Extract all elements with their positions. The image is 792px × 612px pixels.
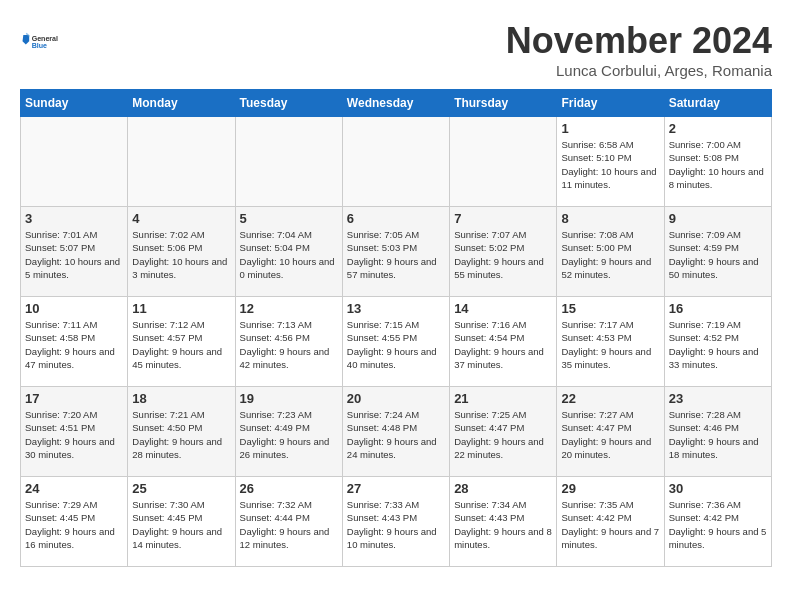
day-number: 17: [25, 391, 123, 406]
day-number: 7: [454, 211, 552, 226]
day-info: Sunrise: 7:04 AM Sunset: 5:04 PM Dayligh…: [240, 228, 338, 281]
calendar-cell: [128, 117, 235, 207]
day-info: Sunrise: 7:33 AM Sunset: 4:43 PM Dayligh…: [347, 498, 445, 551]
calendar-cell: 27Sunrise: 7:33 AM Sunset: 4:43 PM Dayli…: [342, 477, 449, 567]
day-number: 30: [669, 481, 767, 496]
header: General Blue November 2024 Lunca Corbulu…: [20, 20, 772, 79]
logo: General Blue: [20, 20, 70, 64]
day-info: Sunrise: 7:12 AM Sunset: 4:57 PM Dayligh…: [132, 318, 230, 371]
day-number: 15: [561, 301, 659, 316]
calendar-cell: 29Sunrise: 7:35 AM Sunset: 4:42 PM Dayli…: [557, 477, 664, 567]
calendar-cell: 8Sunrise: 7:08 AM Sunset: 5:00 PM Daylig…: [557, 207, 664, 297]
day-info: Sunrise: 7:27 AM Sunset: 4:47 PM Dayligh…: [561, 408, 659, 461]
day-info: Sunrise: 7:17 AM Sunset: 4:53 PM Dayligh…: [561, 318, 659, 371]
day-info: Sunrise: 7:21 AM Sunset: 4:50 PM Dayligh…: [132, 408, 230, 461]
day-info: Sunrise: 7:30 AM Sunset: 4:45 PM Dayligh…: [132, 498, 230, 551]
day-number: 8: [561, 211, 659, 226]
weekday-header-tuesday: Tuesday: [235, 90, 342, 117]
weekday-header-friday: Friday: [557, 90, 664, 117]
day-info: Sunrise: 7:25 AM Sunset: 4:47 PM Dayligh…: [454, 408, 552, 461]
day-number: 18: [132, 391, 230, 406]
day-info: Sunrise: 7:34 AM Sunset: 4:43 PM Dayligh…: [454, 498, 552, 551]
calendar-cell: 13Sunrise: 7:15 AM Sunset: 4:55 PM Dayli…: [342, 297, 449, 387]
day-number: 29: [561, 481, 659, 496]
day-info: Sunrise: 7:23 AM Sunset: 4:49 PM Dayligh…: [240, 408, 338, 461]
weekday-header-wednesday: Wednesday: [342, 90, 449, 117]
day-number: 4: [132, 211, 230, 226]
day-info: Sunrise: 7:01 AM Sunset: 5:07 PM Dayligh…: [25, 228, 123, 281]
calendar-cell: 9Sunrise: 7:09 AM Sunset: 4:59 PM Daylig…: [664, 207, 771, 297]
day-number: 26: [240, 481, 338, 496]
day-number: 9: [669, 211, 767, 226]
calendar-cell: 17Sunrise: 7:20 AM Sunset: 4:51 PM Dayli…: [21, 387, 128, 477]
calendar-cell: 18Sunrise: 7:21 AM Sunset: 4:50 PM Dayli…: [128, 387, 235, 477]
day-info: Sunrise: 7:09 AM Sunset: 4:59 PM Dayligh…: [669, 228, 767, 281]
svg-text:Blue: Blue: [32, 42, 47, 50]
day-info: Sunrise: 7:32 AM Sunset: 4:44 PM Dayligh…: [240, 498, 338, 551]
day-number: 20: [347, 391, 445, 406]
weekday-header-row: SundayMondayTuesdayWednesdayThursdayFrid…: [21, 90, 772, 117]
day-info: Sunrise: 7:29 AM Sunset: 4:45 PM Dayligh…: [25, 498, 123, 551]
day-info: Sunrise: 7:08 AM Sunset: 5:00 PM Dayligh…: [561, 228, 659, 281]
calendar-cell: 15Sunrise: 7:17 AM Sunset: 4:53 PM Dayli…: [557, 297, 664, 387]
calendar-cell: 1Sunrise: 6:58 AM Sunset: 5:10 PM Daylig…: [557, 117, 664, 207]
calendar-week-2: 3Sunrise: 7:01 AM Sunset: 5:07 PM Daylig…: [21, 207, 772, 297]
month-year-title: November 2024: [506, 20, 772, 62]
day-info: Sunrise: 7:15 AM Sunset: 4:55 PM Dayligh…: [347, 318, 445, 371]
day-number: 28: [454, 481, 552, 496]
calendar-cell: 2Sunrise: 7:00 AM Sunset: 5:08 PM Daylig…: [664, 117, 771, 207]
day-info: Sunrise: 6:58 AM Sunset: 5:10 PM Dayligh…: [561, 138, 659, 191]
calendar-cell: 28Sunrise: 7:34 AM Sunset: 4:43 PM Dayli…: [450, 477, 557, 567]
day-number: 23: [669, 391, 767, 406]
calendar-cell: 19Sunrise: 7:23 AM Sunset: 4:49 PM Dayli…: [235, 387, 342, 477]
calendar-week-4: 17Sunrise: 7:20 AM Sunset: 4:51 PM Dayli…: [21, 387, 772, 477]
day-info: Sunrise: 7:05 AM Sunset: 5:03 PM Dayligh…: [347, 228, 445, 281]
day-info: Sunrise: 7:36 AM Sunset: 4:42 PM Dayligh…: [669, 498, 767, 551]
title-area: November 2024 Lunca Corbului, Arges, Rom…: [506, 20, 772, 79]
calendar-cell: [21, 117, 128, 207]
location-subtitle: Lunca Corbului, Arges, Romania: [506, 62, 772, 79]
day-number: 16: [669, 301, 767, 316]
calendar-cell: 5Sunrise: 7:04 AM Sunset: 5:04 PM Daylig…: [235, 207, 342, 297]
calendar-cell: 26Sunrise: 7:32 AM Sunset: 4:44 PM Dayli…: [235, 477, 342, 567]
day-info: Sunrise: 7:13 AM Sunset: 4:56 PM Dayligh…: [240, 318, 338, 371]
calendar-cell: 16Sunrise: 7:19 AM Sunset: 4:52 PM Dayli…: [664, 297, 771, 387]
calendar-cell: 3Sunrise: 7:01 AM Sunset: 5:07 PM Daylig…: [21, 207, 128, 297]
day-info: Sunrise: 7:28 AM Sunset: 4:46 PM Dayligh…: [669, 408, 767, 461]
weekday-header-saturday: Saturday: [664, 90, 771, 117]
svg-text:General: General: [32, 35, 58, 43]
calendar-cell: 23Sunrise: 7:28 AM Sunset: 4:46 PM Dayli…: [664, 387, 771, 477]
calendar-cell: [450, 117, 557, 207]
calendar-cell: 10Sunrise: 7:11 AM Sunset: 4:58 PM Dayli…: [21, 297, 128, 387]
day-number: 22: [561, 391, 659, 406]
calendar-cell: 24Sunrise: 7:29 AM Sunset: 4:45 PM Dayli…: [21, 477, 128, 567]
calendar-cell: [342, 117, 449, 207]
calendar-table: SundayMondayTuesdayWednesdayThursdayFrid…: [20, 89, 772, 567]
day-info: Sunrise: 7:16 AM Sunset: 4:54 PM Dayligh…: [454, 318, 552, 371]
calendar-cell: 6Sunrise: 7:05 AM Sunset: 5:03 PM Daylig…: [342, 207, 449, 297]
calendar-cell: 25Sunrise: 7:30 AM Sunset: 4:45 PM Dayli…: [128, 477, 235, 567]
day-number: 3: [25, 211, 123, 226]
day-info: Sunrise: 7:00 AM Sunset: 5:08 PM Dayligh…: [669, 138, 767, 191]
calendar-week-3: 10Sunrise: 7:11 AM Sunset: 4:58 PM Dayli…: [21, 297, 772, 387]
day-number: 21: [454, 391, 552, 406]
day-info: Sunrise: 7:02 AM Sunset: 5:06 PM Dayligh…: [132, 228, 230, 281]
day-info: Sunrise: 7:11 AM Sunset: 4:58 PM Dayligh…: [25, 318, 123, 371]
day-info: Sunrise: 7:35 AM Sunset: 4:42 PM Dayligh…: [561, 498, 659, 551]
day-number: 1: [561, 121, 659, 136]
weekday-header-thursday: Thursday: [450, 90, 557, 117]
calendar-cell: [235, 117, 342, 207]
day-number: 13: [347, 301, 445, 316]
day-number: 14: [454, 301, 552, 316]
svg-marker-2: [23, 35, 30, 45]
logo-svg: General Blue: [20, 20, 70, 64]
calendar-cell: 12Sunrise: 7:13 AM Sunset: 4:56 PM Dayli…: [235, 297, 342, 387]
weekday-header-sunday: Sunday: [21, 90, 128, 117]
day-number: 2: [669, 121, 767, 136]
weekday-header-monday: Monday: [128, 90, 235, 117]
day-number: 5: [240, 211, 338, 226]
day-number: 27: [347, 481, 445, 496]
calendar-week-5: 24Sunrise: 7:29 AM Sunset: 4:45 PM Dayli…: [21, 477, 772, 567]
day-number: 25: [132, 481, 230, 496]
calendar-cell: 4Sunrise: 7:02 AM Sunset: 5:06 PM Daylig…: [128, 207, 235, 297]
